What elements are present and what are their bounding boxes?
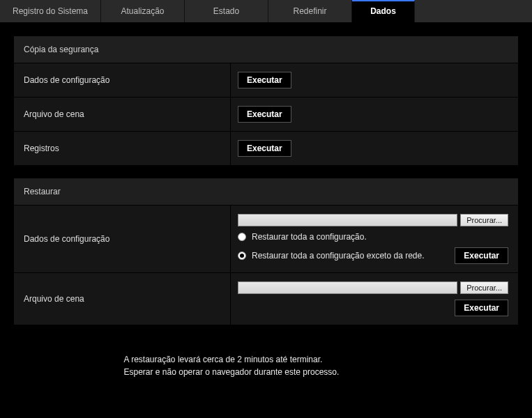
restore-config-radio-all[interactable]: Restaurar toda a configuração. xyxy=(238,232,508,242)
backup-scene-execute-button[interactable]: Executar xyxy=(238,106,291,123)
restore-config-label: Dados de configuração xyxy=(14,224,230,254)
backup-config-ctrl: Executar xyxy=(230,63,518,97)
note-line-2: Esperar e não operar o navegador durante… xyxy=(124,366,409,378)
restore-config-ctrl: Procurar... Restaurar toda a configuraçã… xyxy=(230,206,518,272)
backup-scene-label: Arquivo de cena xyxy=(14,100,230,129)
tab-system-log[interactable]: Registro do Sistema xyxy=(0,0,101,22)
restore-scene-execute-button[interactable]: Executar xyxy=(455,300,508,316)
note-line-1: A restauração levará cerca de 2 minutos … xyxy=(124,353,409,366)
restore-scene-file-input[interactable] xyxy=(238,281,457,294)
backup-row-config: Dados de configuração Executar xyxy=(14,63,518,98)
radio-all-label: Restaurar toda a configuração. xyxy=(252,232,367,242)
restore-config-execute-button[interactable]: Executar xyxy=(455,247,508,264)
restore-config-file-input[interactable] xyxy=(238,214,457,226)
restore-row-config: Dados de configuração Procurar... Restau… xyxy=(14,206,518,273)
restore-scene-label: Arquivo de cena xyxy=(14,284,230,314)
backup-config-execute-button[interactable]: Executar xyxy=(238,72,291,88)
radio-icon xyxy=(238,233,246,241)
content-area: Cópia da segurança Dados de configuração… xyxy=(0,22,532,418)
tab-status[interactable]: Estado xyxy=(185,0,268,22)
radio-icon xyxy=(238,251,246,260)
radio-except-net-label: Restaurar toda a configuração exceto da … xyxy=(252,251,425,261)
main-container: Registro do Sistema Atualização Estado R… xyxy=(0,0,532,418)
backup-logs-execute-button[interactable]: Executar xyxy=(238,140,291,157)
restore-config-radio-except-net[interactable]: Restaurar toda a configuração exceto da … xyxy=(238,251,425,261)
backup-logs-label: Registros xyxy=(14,134,230,163)
restore-scene-browse-button[interactable]: Procurar... xyxy=(460,281,508,294)
backup-config-label: Dados de configuração xyxy=(14,65,230,95)
tab-bar-remainder xyxy=(415,0,532,22)
backup-logs-ctrl: Executar xyxy=(230,132,518,165)
restore-scene-file-row: Procurar... xyxy=(238,281,508,294)
tab-bar: Registro do Sistema Atualização Estado R… xyxy=(0,0,532,22)
restore-row-scene: Arquivo de cena Procurar... Executar xyxy=(14,273,518,325)
restore-config-file-row: Procurar... xyxy=(238,214,508,226)
restore-scene-ctrl: Procurar... Executar xyxy=(230,273,518,325)
tab-reset[interactable]: Redefinir xyxy=(268,0,352,22)
restore-note: A restauração levará cerca de 2 minutos … xyxy=(113,345,420,387)
restore-config-browse-button[interactable]: Procurar... xyxy=(460,214,508,226)
restore-header: Restaurar xyxy=(14,178,518,206)
tab-update[interactable]: Atualização xyxy=(101,0,185,22)
tab-data[interactable]: Dados xyxy=(352,0,415,22)
backup-row-logs: Registros Executar xyxy=(14,132,518,166)
backup-header: Cópia da segurança xyxy=(14,36,518,63)
backup-row-scene: Arquivo de cena Executar xyxy=(14,98,518,132)
backup-scene-ctrl: Executar xyxy=(230,98,518,131)
